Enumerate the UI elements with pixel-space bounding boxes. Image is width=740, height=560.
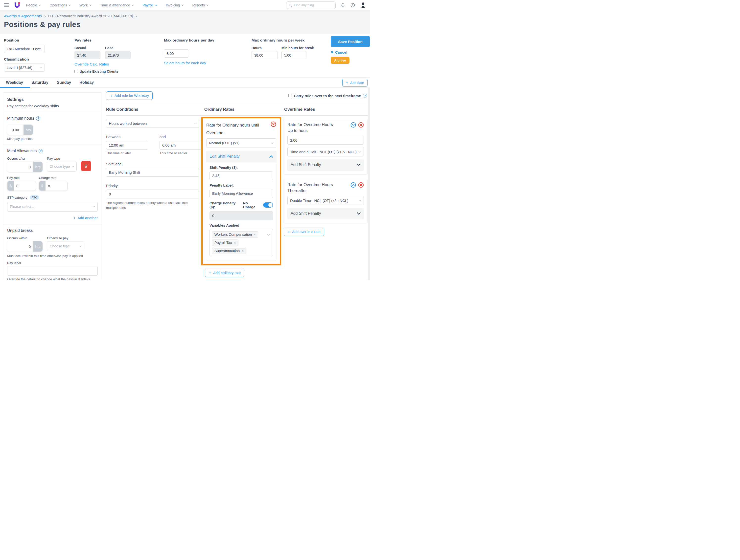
svg-text:?: ? — [352, 4, 353, 6]
occurs-after-input[interactable] — [7, 161, 33, 172]
rule-row: Hours worked between Between This time o… — [106, 116, 368, 277]
tab-sunday[interactable]: Sunday — [57, 80, 71, 85]
base-rate-input[interactable] — [105, 51, 130, 59]
remove-chip-icon[interactable]: × — [254, 233, 256, 236]
cancel-x-icon: ✖ — [331, 50, 334, 54]
no-charge-toggle[interactable] — [263, 202, 273, 208]
add-shift-penalty-toggle[interactable]: Add Shift Penalty — [287, 159, 364, 170]
select-hours-each-day-link[interactable]: Select hours for each day — [164, 61, 214, 65]
remove-chip-icon[interactable]: × — [234, 241, 236, 245]
menu-icon[interactable] — [4, 3, 9, 7]
day-type-tabs: Weekday Saturday Sunday Holiday + Add da… — [0, 78, 370, 88]
update-existing-clients-checkbox[interactable]: Update Existing Clients — [75, 70, 130, 74]
tab-holiday[interactable]: Holiday — [79, 80, 94, 85]
meal-allowances-help-icon[interactable]: ? — [38, 149, 43, 153]
priority-input[interactable] — [106, 190, 199, 199]
max-day-hours-input[interactable] — [164, 49, 189, 58]
tab-saturday[interactable]: Saturday — [31, 80, 48, 85]
toggle-knob — [268, 203, 273, 207]
add-another-allowance-link[interactable]: + Add another — [7, 216, 98, 220]
remove-overtime-rate-icon[interactable] — [358, 122, 364, 128]
app-logo-icon[interactable] — [14, 2, 20, 9]
week-hours-input[interactable] — [252, 51, 278, 59]
breadcrumb-separator-icon: › — [44, 14, 46, 18]
casual-rate-input[interactable] — [75, 51, 100, 59]
position-input[interactable] — [4, 45, 45, 53]
nav-item-time-attendance[interactable]: Time & attendance — [100, 3, 134, 7]
nav-item-reports[interactable]: Reports — [192, 3, 209, 7]
nav-item-people[interactable]: People — [26, 3, 41, 7]
nav-item-invoicing[interactable]: Invoicing — [166, 3, 184, 7]
add-shift-penalty-toggle[interactable]: Add Shift Penalty — [287, 208, 364, 219]
add-date-button[interactable]: + Add date — [342, 79, 368, 87]
expand-overtime-rate-icon[interactable] — [351, 182, 356, 188]
form-actions: Save Position ✖ Cancel Archive — [331, 36, 370, 64]
archive-button[interactable]: Archive — [331, 57, 350, 64]
notifications-bell-icon[interactable] — [341, 3, 345, 8]
plus-icon: + — [73, 216, 76, 220]
chevron-down-icon — [79, 245, 82, 247]
edit-shift-penalty-toggle[interactable]: Edit Shift Penalty — [206, 151, 276, 162]
nav-item-payroll[interactable]: Payroll — [143, 3, 157, 7]
pay-rate-input[interactable] — [14, 181, 35, 191]
carry-rules-help-icon[interactable]: ? — [363, 94, 367, 98]
nav-item-work[interactable]: Work — [79, 3, 92, 7]
shift-label-input[interactable] — [106, 168, 199, 177]
breadcrumb-link-awards[interactable]: Awards & Agreements — [4, 14, 42, 18]
add-rule-for-weekday-button[interactable]: + Add rule for Weekday — [106, 91, 153, 100]
occurs-after-field: hrs — [7, 161, 42, 172]
search-input[interactable] — [286, 1, 336, 9]
shift-penalty-amount-input[interactable] — [209, 171, 273, 180]
overtime-rate-select[interactable]: Time and a Half - NCL (OT) (x1.5 - NCL) — [287, 147, 364, 156]
remove-overtime-rate-icon[interactable] — [358, 182, 364, 188]
charge-rate-input[interactable] — [45, 181, 67, 191]
classification-select[interactable]: Level 1 [$27.46] — [4, 64, 45, 72]
override-calc-rates-link[interactable]: Override Calc. Rates — [75, 62, 130, 66]
highlighted-ordinary-rate-card: Rate for Ordinary hours until Overtime. … — [201, 117, 281, 265]
stp-category-select[interactable]: Please select... — [7, 202, 98, 212]
up-to-hour-label: Up to hour: — [287, 128, 364, 133]
edit-shift-penalty-panel: Edit Shift Penalty Shift Penalty ($): Pe… — [206, 151, 276, 260]
pay-rate-field: $ — [7, 181, 36, 191]
nav-item-operations[interactable]: Operations — [50, 3, 71, 7]
pay-label-input[interactable] — [7, 266, 98, 275]
add-another-label: Add another — [77, 216, 98, 220]
up-to-hour-input[interactable] — [287, 136, 364, 144]
between-time-input[interactable] — [106, 141, 148, 149]
stp-category-placeholder: Please select... — [10, 205, 34, 209]
thereafter-label: Thereafter — [287, 188, 364, 193]
right-gutter — [368, 88, 370, 280]
minimum-hours-input[interactable] — [7, 125, 23, 135]
chevron-down-icon — [39, 67, 42, 69]
help-icon[interactable]: ? — [350, 3, 355, 8]
variables-applied-multiselect[interactable]: Workers Compensation× Payroll Tax× Super… — [209, 229, 273, 256]
breadcrumb-current[interactable]: GT - Restaurant Industry Award 2020 [MA0… — [48, 14, 133, 18]
occurs-within-input[interactable] — [7, 241, 33, 251]
carry-rules-checkbox[interactable]: Carry rules over to the next timeframe ? — [288, 94, 367, 98]
save-position-button[interactable]: Save Position — [331, 36, 370, 47]
avatar[interactable] — [360, 2, 366, 8]
page-header: Awards & Agreements › GT - Restaurant In… — [0, 10, 370, 34]
rule1-condition-select[interactable]: Hours worked between — [106, 119, 199, 128]
rule1-condition-value: Hours worked between — [109, 121, 147, 126]
pay-type-select[interactable]: Choose type — [47, 161, 77, 172]
ordinary-rate-select[interactable]: Normal (OTE) (x1) — [206, 138, 276, 148]
add-ordinary-rate-button[interactable]: + Add ordinary rate — [205, 268, 244, 277]
max-day-heading: Max ordinary hours per day — [164, 38, 214, 42]
charge-penalty-input[interactable] — [209, 211, 273, 220]
add-overtime-rate-button[interactable]: + Add overtime rate — [284, 228, 324, 236]
min-hours-break-input[interactable] — [281, 51, 306, 59]
penalty-label-input[interactable] — [209, 189, 273, 198]
cancel-button[interactable]: ✖ Cancel — [331, 50, 370, 54]
and-time-input[interactable] — [160, 141, 202, 149]
remove-ordinary-rate-icon[interactable] — [271, 121, 276, 127]
overtime-rate-select[interactable]: Double Time - NCL (OT) (x2 - NCL) — [287, 196, 364, 205]
minimum-hours-help-icon[interactable]: ? — [36, 116, 40, 121]
charge-rate-field: $ — [39, 181, 68, 191]
otherwise-pay-select[interactable]: Choose type — [47, 241, 84, 251]
tab-weekday[interactable]: Weekday — [6, 80, 23, 85]
delete-meal-allowance-button[interactable] — [81, 161, 91, 171]
between-help-text: This time or later — [106, 151, 148, 155]
remove-chip-icon[interactable]: × — [242, 249, 244, 253]
collapse-overtime-rate-icon[interactable] — [351, 122, 356, 128]
